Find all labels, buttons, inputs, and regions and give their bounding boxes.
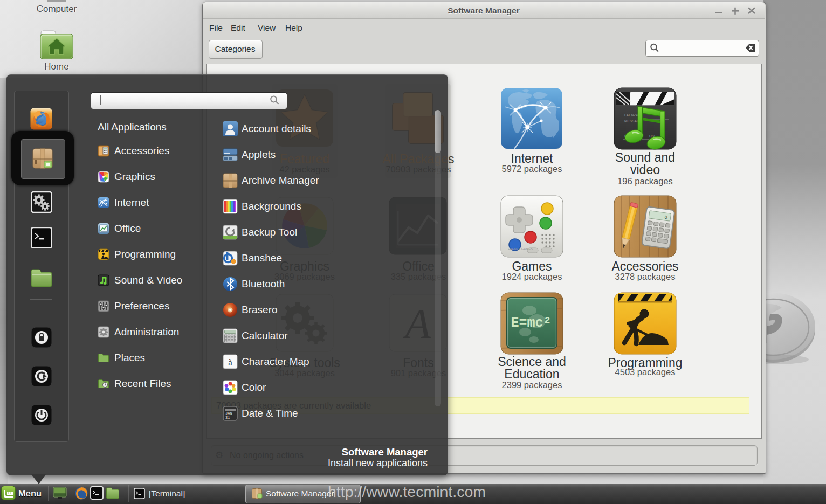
svg-text:31: 31 — [225, 416, 230, 420]
svg-text:à: à — [228, 357, 232, 368]
svg-text:FAENZA GAMES: FAENZA GAMES — [508, 247, 533, 251]
svg-text:E=mc²: E=mc² — [511, 315, 551, 331]
svg-text:JAN: JAN — [225, 411, 232, 416]
